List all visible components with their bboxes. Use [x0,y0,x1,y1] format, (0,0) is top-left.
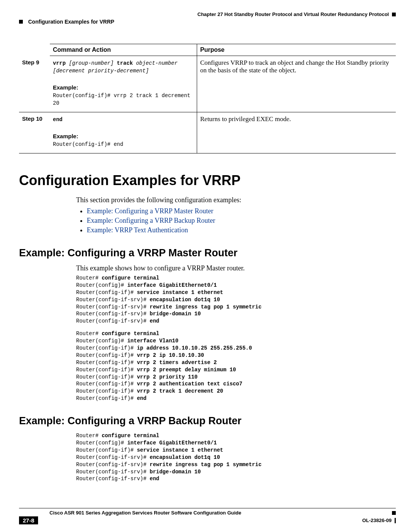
command-steps-table: Command or Action Purpose Step 9 vrrp [g… [19,44,396,153]
doc-number: OL-23826-09 [362,518,392,523]
intro-paragraph: This section provides the following conf… [76,196,396,234]
section-breadcrumb: Configuration Examples for VRRP [19,19,396,25]
page-number-badge: 27-8 [19,516,38,524]
section-heading: Configuration Examples for VRRP [19,173,396,189]
footer-guide-title: Cisco ASR 901 Series Aggregation Service… [19,510,389,516]
step-label: Step 9 [19,56,50,112]
command-cell: vrrp [group-number] track object-number … [50,56,197,112]
col-purpose: Purpose [197,44,396,56]
command-cell: end Example: Router(config-if)# end [50,112,197,153]
example-description: This example shows how to configure a VR… [76,264,396,272]
example-link[interactable]: Example: Configuring a VRRP Master Route… [87,207,213,215]
subsection-heading: Example: Configuring a VRRP Master Route… [19,247,396,259]
purpose-cell: Configures VRRP to track an object and c… [197,56,396,112]
config-block: Router# configure terminal Router(config… [76,275,396,325]
footer-marker [392,511,396,515]
table-row: Step 9 vrrp [group-number] track object-… [19,56,396,112]
header-end-marker [392,13,396,16]
list-item: Example: Configuring a VRRP Backup Route… [87,217,396,225]
table-row: Step 10 end Example: Router(config-if)# … [19,112,396,153]
chapter-title: Chapter 27 Hot Standby Router Protocol a… [198,11,389,17]
breadcrumb-text: Configuration Examples for VRRP [28,19,114,25]
example-label: Example: [53,133,194,139]
subsection-heading: Example: Configuring a VRRP Backup Route… [19,415,396,427]
example-label: Example: [53,84,194,91]
example-link[interactable]: Example: VRRP Text Authentication [87,226,188,234]
list-item: Example: Configuring a VRRP Master Route… [87,207,396,215]
step-label: Step 10 [19,112,50,153]
list-item: Example: VRRP Text Authentication [87,226,396,234]
running-header: Chapter 27 Hot Standby Router Protocol a… [19,11,396,17]
page-footer: Cisco ASR 901 Series Aggregation Service… [19,508,396,524]
breadcrumb-marker [19,20,23,24]
example-link[interactable]: Example: Configuring a VRRP Backup Route… [87,217,215,224]
example-links-list: Example: Configuring a VRRP Master Route… [76,207,396,234]
col-command: Command or Action [50,44,197,56]
example-code: Router(config-if)# end [53,141,123,147]
footer-end-marker [395,518,396,523]
purpose-cell: Returns to privileged EXEC mode. [197,112,396,153]
config-block: Router# configure terminal Router(config… [76,330,396,402]
config-block: Router# configure terminal Router(config… [76,432,396,482]
example-code: Router(config-if)# vrrp 2 track 1 decrem… [53,93,190,106]
